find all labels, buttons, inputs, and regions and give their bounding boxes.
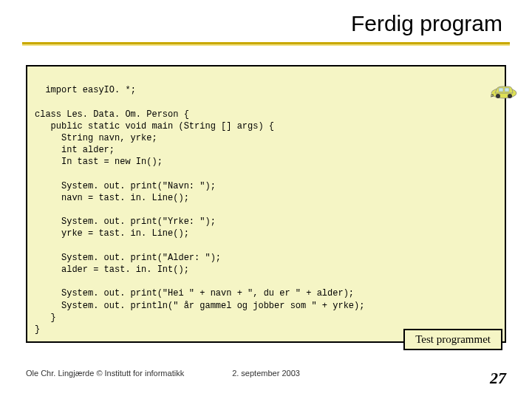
footer: Ole Chr. Lingjærde © Institutt for infor… xyxy=(0,369,532,388)
footer-author: Ole Chr. Lingjærde © Institutt for infor… xyxy=(26,369,184,378)
code-text: import easyIO. *; class Les. Data. Om. P… xyxy=(35,85,364,335)
svg-line-6 xyxy=(491,96,494,97)
footer-date: 2. september 2003 xyxy=(232,369,300,378)
code-block: import easyIO. *; class Les. Data. Om. P… xyxy=(26,65,506,343)
slide-title: Ferdig program xyxy=(351,11,502,35)
svg-rect-2 xyxy=(505,88,509,92)
test-button-label: Test programmet xyxy=(415,333,491,345)
page-number: 27 xyxy=(490,369,506,388)
car-icon xyxy=(468,71,497,87)
title-area: Ferdig program xyxy=(0,0,532,42)
title-underline xyxy=(22,42,510,47)
svg-point-3 xyxy=(496,94,500,98)
test-program-button[interactable]: Test programmet xyxy=(403,329,502,350)
svg-rect-1 xyxy=(499,88,503,92)
svg-point-4 xyxy=(508,94,512,98)
